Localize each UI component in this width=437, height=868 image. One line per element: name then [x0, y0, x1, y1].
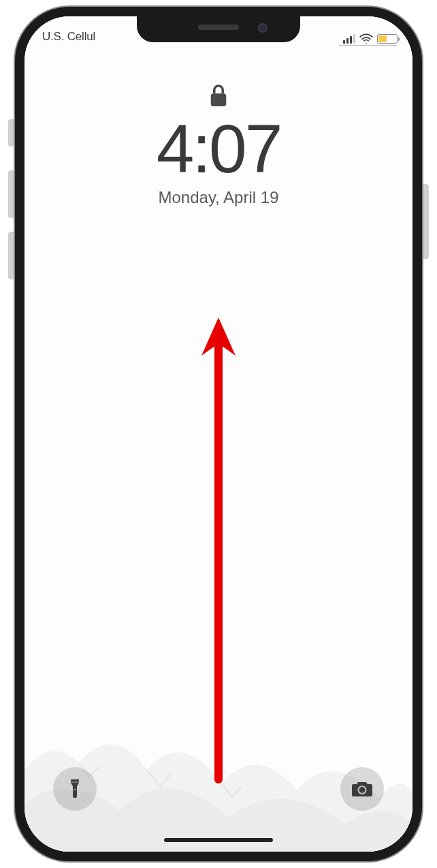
swipe-up-arrow-annotation: [195, 309, 242, 786]
svg-rect-0: [211, 93, 227, 106]
bottom-actions: [25, 767, 412, 811]
notch: [137, 16, 300, 42]
svg-rect-1: [71, 781, 79, 783]
flashlight-icon: [67, 778, 83, 800]
lock-area: 4:07 Monday, April 19: [25, 83, 412, 207]
lock-screen[interactable]: U.S. Cellul: [25, 16, 412, 852]
status-underline: [339, 45, 398, 46]
mute-switch[interactable]: [8, 119, 15, 146]
clock-time: 4:07: [157, 114, 281, 183]
volume-down-button[interactable]: [8, 232, 15, 279]
status-right: [343, 33, 398, 44]
speaker-grille: [198, 25, 239, 30]
clock-date: Monday, April 19: [159, 188, 279, 207]
camera-button[interactable]: [340, 767, 384, 811]
front-camera: [258, 23, 268, 33]
svg-point-2: [74, 789, 76, 791]
volume-up-button[interactable]: [8, 170, 15, 218]
lock-icon: [208, 83, 229, 109]
camera-icon: [351, 780, 373, 798]
wifi-icon: [359, 33, 373, 44]
wallpaper-mountains: [25, 661, 412, 852]
phone-frame: U.S. Cellul: [15, 7, 422, 861]
signal-icon: [343, 34, 355, 44]
power-button[interactable]: [422, 184, 429, 259]
home-indicator[interactable]: [164, 838, 273, 842]
battery-fill: [378, 35, 387, 42]
battery-icon: [377, 34, 398, 44]
flashlight-button[interactable]: [53, 767, 97, 811]
carrier-label: U.S. Cellul: [42, 30, 107, 44]
